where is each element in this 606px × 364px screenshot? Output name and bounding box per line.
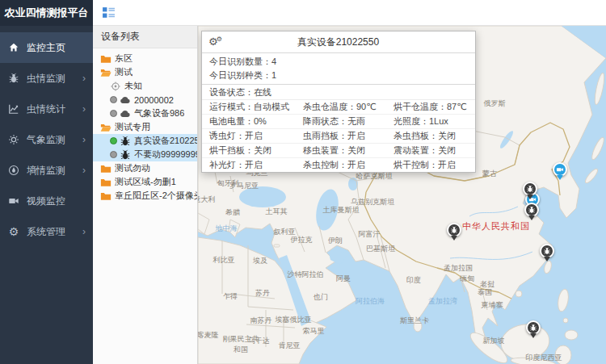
gear-icon: ⚙ [7,225,20,238]
video-icon [7,195,20,207]
soil-moisture-icon [7,164,20,177]
insect-icon [450,226,458,234]
sidebar: 农业四情测报平台 监控主页 虫情监测 › 虫情统计 › 气象监测 › 墒情监测 … [0,0,93,364]
tree-folder-dongqu[interactable]: 东区 [93,52,197,65]
param-cell: 杀虫挡板：关闭 [386,129,475,144]
tree-device-weather-986[interactable]: 气象设备986 [93,107,197,120]
tree-device-20000002[interactable]: 20000002 [93,93,197,107]
param-cell: 光照度：1Lux [386,115,475,129]
insect-icon [528,206,536,214]
app-title: 农业四情测报平台 [0,0,93,26]
home-icon [7,41,20,54]
folder-open-icon [100,67,112,78]
camera-marker[interactable] [553,162,567,183]
status-dot-offline [110,110,117,117]
weather-cloud-icon [120,108,131,119]
param-cell: 杀虫仓温度：90℃ [296,100,386,115]
sidebar-item-label: 虫情统计 [27,103,81,116]
sidebar-item-video-monitor[interactable]: 视频监控 [0,186,93,216]
insect-device-marker[interactable] [524,203,539,224]
sidebar-item-label: 气象监测 [27,133,81,147]
sidebar-item-soil-moisture-monitor[interactable]: 墒情监测 › [0,155,93,186]
insect-device-marker[interactable] [540,244,554,265]
device-tree: 东区 测试 未知 20000002 气象设备986 测试专用 真实设备21022… [93,48,197,206]
insect-device-marker[interactable] [523,182,537,203]
map-canvas[interactable]: 俄罗斯 蒙古 中华人民共和国 哈萨克斯坦 乌克兰 捷克 匈牙利 罗马尼亚 意大利… [198,26,606,364]
tree-device-real-21022550[interactable]: 真实设备21022550 [93,134,197,148]
chevron-right-icon: › [82,73,86,84]
folder-icon [100,163,112,174]
chevron-right-icon: › [82,226,86,237]
param-cell: 杀虫控制：开启 [296,158,386,172]
insect-icon [120,149,131,161]
device-params-grid: 运行模式：自动模式 杀虫仓温度：90℃ 烘干仓温度：87℃ 电池电量：0% 降雨… [202,100,475,172]
tree-folder-ceshi[interactable]: 测试 [93,65,197,79]
location-target-icon [110,81,121,92]
folder-open-icon [100,122,112,133]
param-cell: 补光灯：开启 [202,158,296,172]
insect-icon [120,136,131,147]
popup-device-title: 真实设备21022550 [222,36,454,49]
sidebar-menu: 监控主页 虫情监测 › 虫情统计 › 气象监测 › 墒情监测 › 视频监控 ⚙ [0,26,93,247]
sidebar-item-system-settings[interactable]: ⚙ 系统管理 › [0,216,93,247]
tree-device-donttouch[interactable]: 不要动99999999 [93,148,197,161]
sidebar-item-label: 系统管理 [27,225,81,239]
param-cell: 运行模式：自动模式 [202,100,296,115]
sun-icon [7,133,20,146]
bug-icon [7,72,20,85]
param-cell: 虫雨挡板：开启 [296,129,386,144]
insect-icon [543,247,551,255]
today-identified-species: 今日识别种类：1 [202,69,475,82]
sidebar-item-label: 监控主页 [27,41,86,55]
insect-icon [526,185,534,193]
sidebar-item-monitor-home[interactable]: 监控主页 [0,32,93,63]
tree-folder-ceshi-wudong[interactable]: 测试勿动 [93,161,197,175]
folder-icon [100,190,112,202]
insect-icon [529,324,537,332]
insect-device-marker[interactable] [447,223,461,244]
sidebar-item-weather-monitor[interactable]: 气象监测 › [0,124,93,155]
popup-today-stats: 今日识别数量：4 今日识别种类：1 [202,53,475,85]
insect-device-marker[interactable] [526,320,541,341]
chart-icon [7,103,20,115]
chevron-right-icon: › [82,165,86,176]
camera-icon [556,165,564,174]
param-cell: 移虫装置：关闭 [296,144,386,158]
sidebar-item-insect-monitor[interactable]: 虫情监测 › [0,63,93,94]
device-status-line: 设备状态：在线 [202,85,475,100]
tree-folder-ceshi-zhuanyong[interactable]: 测试专用 [93,120,197,134]
status-dot-offline [110,151,117,158]
sidebar-item-label: 墒情监测 [27,164,81,178]
param-cell: 降雨状态：无雨 [296,115,386,129]
param-cell: 烘干挡板：关闭 [202,144,296,158]
sidebar-item-label: 视频监控 [27,195,86,208]
today-identified-count: 今日识别数量：4 [202,55,475,69]
topbar [93,0,606,26]
status-dot-online [110,137,117,144]
weather-cloud-icon [120,94,131,106]
device-info-popup: ⚙⚙ 真实设备21022550 今日识别数量：4 今日识别种类：1 设备状态：在… [201,31,476,173]
folder-icon [100,177,112,188]
popup-header: ⚙⚙ 真实设备21022550 [202,31,475,53]
param-cell: 烘干控制：开启 [386,158,475,172]
param-cell: 震动装置：关闭 [386,144,475,158]
device-list-title: 设备列表 [93,26,197,48]
device-list-panel: 设备列表 东区 测试 未知 20000002 气象设备986 测试专用 [93,26,198,364]
tree-folder-ceshi-quyu[interactable]: 测试区域-勿删1 [93,175,197,189]
settings-gears-icon[interactable]: ⚙⚙ [208,36,222,47]
status-dot-offline [110,96,117,103]
param-cell: 电池电量：0% [202,115,296,129]
sidebar-item-label: 虫情监测 [27,72,81,86]
tree-folder-zhangqiu[interactable]: 章丘阳丘区-2个摄像头 [93,189,197,203]
chevron-right-icon: › [82,134,86,145]
param-cell: 诱虫灯：开启 [202,129,296,144]
sidebar-item-insect-stats[interactable]: 虫情统计 › [0,94,93,124]
folder-icon [100,53,112,65]
param-cell: 烘干仓温度：87℃ [386,100,475,115]
tree-device-unknown[interactable]: 未知 [93,79,197,93]
device-tree-toggle-icon[interactable] [102,6,116,19]
chevron-right-icon: › [82,103,86,115]
